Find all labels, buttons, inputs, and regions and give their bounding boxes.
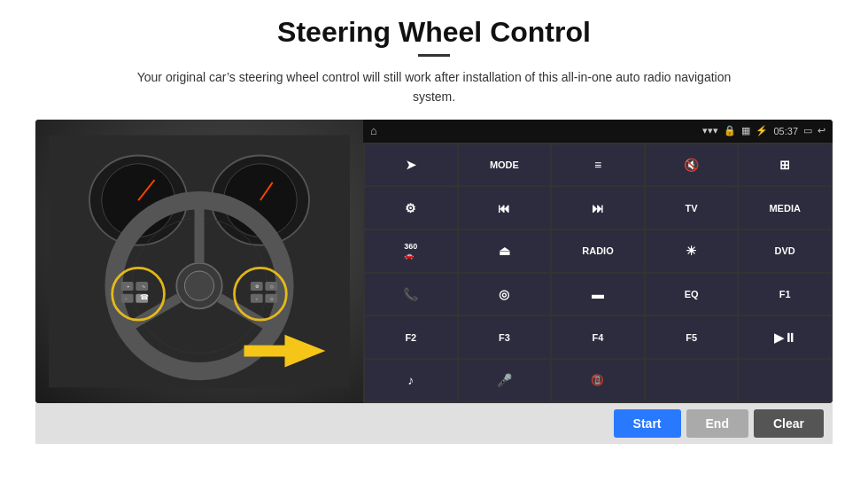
svg-text:○: ○ [255,297,258,301]
btn-hangup[interactable]: 📵 [552,360,644,401]
btn-prev[interactable]: ⏮ [459,187,551,229]
home-icon: ⌂ [370,124,377,137]
svg-rect-17 [121,294,134,303]
steering-wheel-image: + ∿ - ☎ ⚙ ◇ ○ ◇ [35,120,363,403]
nav-icon: ➤ [406,158,416,172]
settings-icon: ⚙ [405,201,416,215]
lock-icon: 🔒 [724,125,736,136]
media-label: MEDIA [769,203,800,214]
btn-eject[interactable]: ⏏ [459,230,551,272]
svg-rect-33 [244,345,287,356]
svg-text:-: - [125,296,127,301]
sim-icon: ▦ [741,125,750,136]
btn-f4[interactable]: F4 [552,316,644,358]
btn-tv[interactable]: TV [646,187,738,229]
bottom-bar: Start End Clear [35,403,833,444]
f3-label: F3 [499,332,510,343]
control-panel: ⌂ ▾▾▾ 🔒 ▦ ⚡ 05:37 ▭ ↩ ➤ MODE [363,120,833,403]
screen-icon: ▭ [803,125,812,136]
btn-f3[interactable]: F3 [459,316,551,358]
btn-f2[interactable]: F2 [365,316,457,358]
btn-settings[interactable]: ⚙ [365,187,457,229]
btn-list[interactable]: ≡ [552,144,644,186]
mute-icon: 🔇 [684,158,699,172]
end-button[interactable]: End [686,409,748,438]
f4-label: F4 [593,332,604,343]
btn-eq[interactable]: EQ [646,274,738,315]
dvd-label: DVD [775,245,795,256]
list-icon: ≡ [594,158,601,172]
btn-360[interactable]: 360🚗 [365,230,457,272]
panel-grid: ➤ MODE ≡ 🔇 ⊞ ⚙ ⏮ [363,143,833,403]
btn-gps[interactable]: ◎ [459,274,551,315]
playpause-icon: ▶⏸ [774,330,796,345]
cam360-icon: 360🚗 [404,242,417,260]
back-icon: ↩ [818,125,825,136]
btn-f5[interactable]: F5 [646,316,738,358]
btn-aspect[interactable]: ▬ [552,274,644,315]
btn-brightness[interactable]: ☀ [646,230,738,272]
wifi-icon: ▾▾▾ [702,125,718,136]
clear-button[interactable]: Clear [754,409,824,438]
btn-mute[interactable]: 🔇 [646,144,738,186]
eq-label: EQ [685,289,699,299]
music-icon: ♪ [407,373,414,387]
radio-label: RADIO [582,245,613,256]
page-subtitle: Your original car’s steering wheel contr… [124,67,744,107]
btn-next[interactable]: ⏭ [552,187,644,229]
panel-status-bar: ⌂ ▾▾▾ 🔒 ▦ ⚡ 05:37 ▭ ↩ [363,120,833,143]
btn-media[interactable]: MEDIA [739,187,831,229]
btn-empty1 [646,360,738,401]
gps-icon: ◎ [499,287,509,301]
mode-label: MODE [490,159,519,170]
tv-label: TV [686,203,698,214]
btn-mode[interactable]: MODE [459,144,551,186]
f2-label: F2 [405,332,416,343]
svg-text:◇: ◇ [270,297,274,301]
btn-nav[interactable]: ➤ [365,144,457,186]
svg-point-10 [184,271,213,300]
grid-icon: ⊞ [779,158,790,172]
f1-label: F1 [779,289,791,299]
hangup-icon: 📵 [591,374,604,386]
btn-grid[interactable]: ⊞ [739,144,831,186]
next-icon: ⏭ [592,201,604,215]
content-row: + ∿ - ☎ ⚙ ◇ ○ ◇ [35,120,833,403]
svg-text:+: + [127,284,129,289]
svg-text:◇: ◇ [270,284,274,289]
steering-wheel-bg: + ∿ - ☎ ⚙ ◇ ○ ◇ [35,120,363,403]
bt-icon: ⚡ [756,125,768,136]
page-container: Steering Wheel Control Your original car… [0,0,868,482]
title-divider [418,54,450,57]
btn-dvd[interactable]: DVD [739,230,831,272]
phone-icon: 📞 [403,287,418,301]
f5-label: F5 [686,332,697,343]
btn-music[interactable]: ♪ [365,360,457,401]
brightness-icon: ☀ [686,244,697,258]
prev-icon: ⏮ [498,201,510,215]
start-button[interactable]: Start [614,409,681,438]
status-right: ▾▾▾ 🔒 ▦ ⚡ 05:37 ▭ ↩ [702,125,825,136]
svg-text:∿: ∿ [142,284,145,289]
btn-radio[interactable]: RADIO [552,230,644,272]
eject-icon: ⏏ [499,244,510,258]
page-title: Steering Wheel Control [277,16,591,49]
mic-icon: 🎤 [497,373,512,387]
btn-phone[interactable]: 📞 [365,274,457,315]
btn-playpause[interactable]: ▶⏸ [739,316,831,358]
btn-f1[interactable]: F1 [739,274,831,315]
aspect-icon: ▬ [592,287,604,301]
time-display: 05:37 [773,126,798,136]
btn-empty2 [739,360,831,401]
svg-text:☎: ☎ [140,293,149,301]
btn-mic[interactable]: 🎤 [459,360,551,401]
